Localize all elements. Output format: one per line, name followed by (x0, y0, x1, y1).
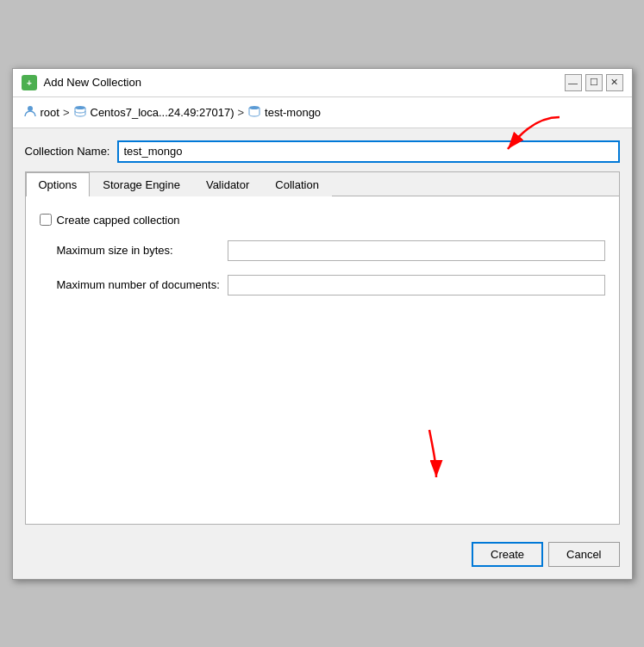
options-tab-content: Create capped collection Maximum size in… (26, 196, 619, 524)
tabs-container: Options Storage Engine Validator Collati… (25, 171, 620, 525)
breadcrumb-user: root (41, 106, 59, 119)
svg-point-4 (249, 106, 259, 109)
app-icon: + (22, 75, 37, 90)
user-icon (23, 104, 37, 121)
capped-collection-checkbox[interactable] (40, 214, 52, 226)
breadcrumb-server: Centos7_loca...24.49:27017) (91, 106, 234, 119)
max-size-row: Maximum size in bytes: (40, 240, 605, 261)
max-docs-input[interactable] (228, 275, 605, 296)
add-collection-dialog: + Add New Collection — ☐ ✕ root > (12, 68, 633, 580)
tab-validator[interactable]: Validator (193, 172, 262, 196)
collection-name-input[interactable] (117, 140, 620, 163)
close-button[interactable]: ✕ (606, 74, 623, 91)
create-button[interactable]: Create (472, 542, 543, 567)
title-controls: — ☐ ✕ (565, 74, 623, 91)
minimize-button[interactable]: — (565, 74, 582, 91)
collection-name-label: Collection Name: (25, 145, 110, 158)
title-bar-left: + Add New Collection (22, 75, 141, 90)
title-bar: + Add New Collection — ☐ ✕ (13, 69, 632, 97)
dialog-body: Collection Name: Options Storage Engine (13, 128, 632, 533)
cancel-button[interactable]: Cancel (548, 542, 619, 567)
collection-name-row: Collection Name: (25, 140, 620, 163)
collection-icon (247, 104, 261, 121)
breadcrumb-sep1: > (63, 106, 70, 119)
tab-bar: Options Storage Engine Validator Collati… (26, 172, 619, 196)
max-size-input[interactable] (228, 240, 605, 261)
tab-collation[interactable]: Collation (262, 172, 332, 196)
breadcrumb-sep2: > (237, 106, 244, 119)
max-size-label: Maximum size in bytes: (57, 244, 221, 257)
tab-options[interactable]: Options (26, 172, 91, 196)
capped-collection-label[interactable]: Create capped collection (57, 214, 180, 227)
breadcrumb-bar: root > Centos7_loca...24.49:27017) > tes… (13, 97, 632, 128)
dialog-footer: Create Cancel (13, 533, 632, 579)
dialog-title: Add New Collection (44, 76, 141, 89)
database-icon (73, 104, 87, 121)
tab-storage-engine[interactable]: Storage Engine (90, 172, 193, 196)
breadcrumb-collection: test-mongo (265, 106, 321, 119)
maximize-button[interactable]: ☐ (585, 74, 603, 91)
max-docs-label: Maximum number of documents: (57, 278, 221, 291)
capped-collection-row: Create capped collection (40, 214, 605, 227)
svg-text:+: + (27, 78, 32, 88)
svg-point-2 (28, 106, 33, 111)
max-docs-row: Maximum number of documents: (40, 275, 605, 296)
svg-point-3 (75, 106, 85, 109)
